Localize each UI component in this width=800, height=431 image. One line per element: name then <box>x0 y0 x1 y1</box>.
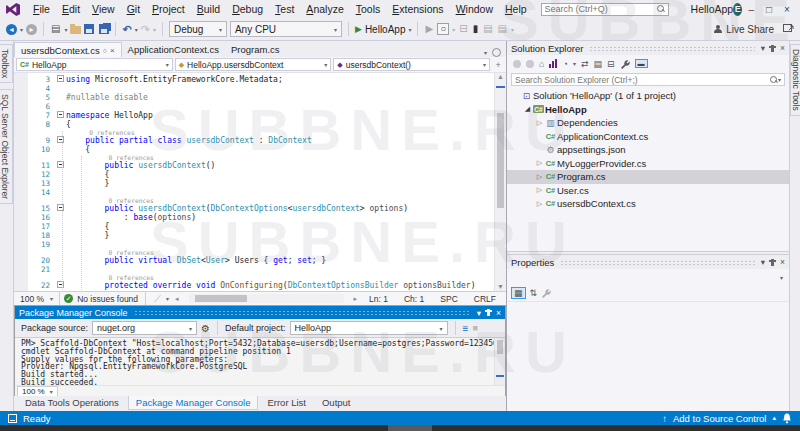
line-ending-indicator[interactable]: CRLF <box>468 294 502 304</box>
scrollbar-thumb[interactable] <box>497 113 504 208</box>
undo-caret-icon[interactable]: ▾ <box>135 26 138 33</box>
package-source-settings-icon[interactable]: ⚙ <box>201 323 210 334</box>
undo-icon[interactable]: ↶ <box>122 23 131 36</box>
expander-icon[interactable]: ▷ <box>535 200 544 208</box>
menu-window[interactable]: Window <box>450 2 499 16</box>
add-to-source-control-button[interactable]: Add to Source Control <box>673 413 766 424</box>
solution-platform-dropdown[interactable]: Any CPU▾ <box>230 21 342 37</box>
editor-vertical-scrollbar[interactable]: ▲ ▼ <box>494 73 506 291</box>
codelens-references[interactable]: 0 references <box>14 154 494 161</box>
menu-edit[interactable]: Edit <box>56 2 86 16</box>
window-position-caret-icon[interactable]: ▾ <box>761 257 765 267</box>
fold-margin[interactable] <box>54 281 66 290</box>
tree-item-usersdbcontext-cs[interactable]: ▷C#usersdbContext.cs <box>507 197 789 211</box>
fold-margin[interactable] <box>54 111 66 120</box>
window-position-caret-icon[interactable]: ▾ <box>477 308 481 318</box>
console-scrollbar[interactable] <box>494 338 505 385</box>
forward-icon[interactable] <box>526 60 534 68</box>
tree-item-dependencies[interactable]: ▷▥Dependencies <box>507 116 789 130</box>
column-guides-icon[interactable]: ⊟ <box>458 24 468 34</box>
navigate-back-caret-icon[interactable]: ▾ <box>20 26 23 33</box>
member-dropdown[interactable]: ◆ usersdbContext() ▾ <box>333 58 490 71</box>
stop-icon[interactable]: ■ <box>472 323 477 333</box>
maximize-button[interactable]: □ <box>760 3 778 16</box>
solution-explorer-search-box[interactable]: ▾ <box>511 73 785 86</box>
pending-changes-filter-icon[interactable]: ◔ <box>562 59 567 69</box>
live-share-button[interactable]: Live Share <box>713 24 774 35</box>
diagnostic-tools-tab[interactable]: Diagnostic Tools <box>790 44 800 116</box>
tree-item-solution-helloapp-1-of-1-project-[interactable]: ⊡Solution 'HelloApp' (1 of 1 project) <box>507 89 789 103</box>
scroll-right-icon[interactable]: ▸ <box>352 295 360 303</box>
issues-label[interactable]: No issues found <box>77 294 138 304</box>
more-commands-caret-icon[interactable]: ▾ <box>511 26 514 33</box>
expander-icon[interactable]: ▷ <box>535 186 544 194</box>
code-surface[interactable]: 3using Microsoft.EntityFrameworkCore.Met… <box>14 73 506 291</box>
codelens-references[interactable]: 0 references <box>14 197 494 204</box>
menu-debug[interactable]: Debug <box>226 2 269 16</box>
redo-caret-icon[interactable]: ▾ <box>153 26 156 33</box>
bottom-tab-error-list[interactable]: Error List <box>260 396 313 409</box>
menu-git[interactable]: Git <box>121 2 146 16</box>
menu-view[interactable]: View <box>86 2 121 16</box>
quick-search-box[interactable] <box>541 3 669 16</box>
pin-icon[interactable] <box>487 309 490 316</box>
minimize-button[interactable]: – <box>742 3 760 16</box>
tree-item-applicationcontext-cs[interactable]: C#ApplicationContext.cs <box>507 130 789 144</box>
search-input[interactable] <box>545 4 657 14</box>
menu-test[interactable]: Test <box>269 2 300 16</box>
tree-item-helloapp[interactable]: ◢C#HelloApp <box>507 103 789 117</box>
editor-tab[interactable]: usersdbContext.cs○× <box>14 42 122 57</box>
fold-margin[interactable] <box>54 204 66 213</box>
save-all-icon[interactable] <box>99 24 109 34</box>
scroll-up-icon[interactable]: ▲ <box>497 73 504 80</box>
switch-views-icon[interactable] <box>549 59 557 68</box>
preview-selected-items-icon[interactable]: ▬ <box>635 59 648 68</box>
fold-margin[interactable] <box>54 136 66 145</box>
notifications-bell-icon[interactable] <box>782 413 792 424</box>
tab-state-icon[interactable]: ○ <box>103 47 107 54</box>
save-icon[interactable] <box>84 24 94 34</box>
bookmark-icon[interactable]: ▮ <box>472 24 480 34</box>
tree-item-myloggerprovider-cs[interactable]: ▷C#MyLoggerProvider.cs <box>507 157 789 171</box>
pmc-title-bar[interactable]: Package Manager Console ▾ × <box>15 306 505 319</box>
property-pages-wrench-icon[interactable] <box>541 288 551 298</box>
close-icon[interactable]: × <box>780 257 785 267</box>
tree-item-appsettings-json[interactable]: ⚙appsettings.json <box>507 143 789 157</box>
alphabetical-sort-icon[interactable]: ⇅ <box>530 288 538 298</box>
codelens-references[interactable]: 0 references <box>14 249 494 256</box>
collapse-minus-icon[interactable] <box>57 111 64 118</box>
project-dropdown[interactable]: C# HelloApp ▾ <box>16 58 173 71</box>
sync-with-active-document-icon[interactable]: ⇄ <box>581 59 589 69</box>
start-debugging-icon[interactable]: ▶ <box>355 24 362 34</box>
scrollbar-thumb[interactable] <box>497 340 503 354</box>
bottom-tab-data-tools-operations[interactable]: Data Tools Operations <box>18 396 126 409</box>
menu-extensions[interactable]: Extensions <box>386 2 449 16</box>
attach-to-process-icon[interactable]: ▶ <box>424 24 434 34</box>
default-project-dropdown[interactable]: HelloApp ▾ <box>290 321 448 335</box>
tree-item-user-cs[interactable]: ▷C#User.cs <box>507 184 789 198</box>
solution-explorer-title-bar[interactable]: Solution Explorer ▾ × <box>507 41 789 55</box>
menu-build[interactable]: Build <box>191 2 226 16</box>
source-control-caret-icon[interactable]: ▴ <box>772 414 776 422</box>
account-avatar[interactable]: E <box>733 3 742 16</box>
menu-tools[interactable]: Tools <box>350 2 387 16</box>
menu-help[interactable]: Help <box>499 2 533 16</box>
window-position-caret-icon[interactable]: ▾ <box>761 43 765 53</box>
tree-item-program-cs[interactable]: ▷C#Program.cs <box>507 170 789 184</box>
search-options-caret-icon[interactable]: ▾ <box>778 76 781 83</box>
close-icon[interactable]: × <box>496 308 501 318</box>
editor-zoom-dropdown[interactable]: 100 % ▾ <box>18 292 60 305</box>
menu-project[interactable]: Project <box>146 2 191 16</box>
navigate-back-icon[interactable]: ◂ <box>6 24 17 35</box>
expander-icon[interactable]: ▷ <box>535 159 544 167</box>
hot-reload-caret-icon[interactable]: ▾ <box>452 26 455 33</box>
menu-file[interactable]: File <box>27 2 56 16</box>
new-project-icon[interactable]: ▤ <box>50 24 61 34</box>
start-caret-icon[interactable]: ▾ <box>408 26 411 33</box>
console-output[interactable]: PM> Scaffold-DbContext "Host=localhost;P… <box>15 338 505 385</box>
collapse-minus-icon[interactable] <box>57 75 64 82</box>
code-cleanup-icon[interactable]: ⟋ <box>153 294 162 304</box>
toolbox-tab[interactable]: Toolbox <box>0 44 13 83</box>
package-source-dropdown[interactable]: nuget.org ▾ <box>92 321 197 335</box>
redo-icon[interactable]: ↷ <box>141 23 150 36</box>
